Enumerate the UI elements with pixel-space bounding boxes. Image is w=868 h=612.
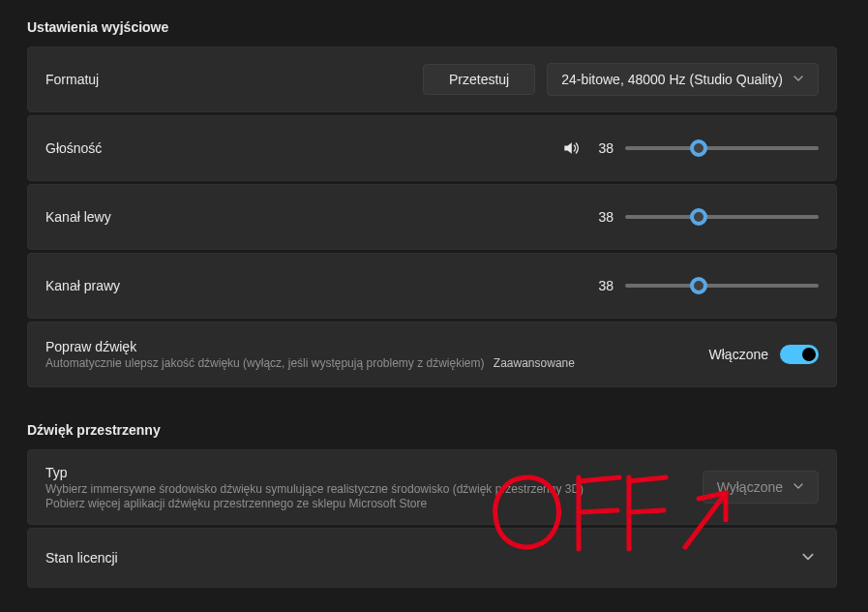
- row-right-channel: Kanał prawy 38: [27, 253, 837, 319]
- svg-marker-0: [564, 142, 572, 154]
- label-enhance: Popraw dźwięk: [45, 339, 709, 354]
- label-spatial-type: Typ: [45, 465, 703, 480]
- format-select[interactable]: 24-bitowe, 48000 Hz (Studio Quality): [547, 63, 819, 96]
- enhance-toggle[interactable]: [780, 345, 819, 364]
- section-output-title: Ustawienia wyjściowe: [27, 19, 837, 35]
- sub-spatial-store[interactable]: Pobierz więcej aplikacji dźwięku przestr…: [45, 497, 703, 510]
- speaker-icon[interactable]: [561, 138, 581, 158]
- left-value: 38: [592, 209, 614, 225]
- volume-slider[interactable]: [625, 140, 819, 156]
- row-left-channel: Kanał lewy 38: [27, 184, 837, 250]
- label-volume: Głośność: [45, 140, 561, 156]
- right-value: 38: [592, 278, 614, 293]
- advanced-link[interactable]: Zaawansowane: [494, 356, 575, 370]
- row-license[interactable]: Stan licencji: [27, 528, 837, 588]
- enhance-state-label: Włączone: [709, 347, 768, 362]
- row-volume: Głośność 38: [27, 115, 837, 181]
- spatial-select[interactable]: Wyłączone: [703, 471, 819, 504]
- test-button[interactable]: Przetestuj: [423, 64, 535, 95]
- chevron-down-icon: [793, 72, 804, 87]
- label-right-channel: Kanał prawy: [45, 278, 592, 293]
- spatial-select-value: Wyłączone: [717, 479, 783, 495]
- row-spatial-type: Typ Wybierz immersywne środowisko dźwięk…: [27, 449, 837, 525]
- label-license: Stan licencji: [45, 550, 797, 566]
- volume-value: 38: [592, 140, 614, 156]
- right-slider[interactable]: [625, 278, 819, 293]
- sub-spatial-type: Wybierz immersywne środowisko dźwięku sy…: [45, 482, 703, 496]
- format-select-value: 24-bitowe, 48000 Hz (Studio Quality): [561, 72, 783, 87]
- chevron-down-icon: [797, 550, 819, 566]
- sub-enhance: Automatycznie ulepsz jakość dźwięku (wył…: [45, 356, 709, 370]
- chevron-down-icon: [793, 479, 804, 495]
- label-format: Formatuj: [45, 72, 423, 87]
- section-spatial-title: Dźwięk przestrzenny: [27, 422, 837, 438]
- row-enhance-audio[interactable]: Popraw dźwięk Automatycznie ulepsz jakoś…: [27, 321, 837, 387]
- row-format: Formatuj Przetestuj 24-bitowe, 48000 Hz …: [27, 46, 837, 112]
- left-slider[interactable]: [625, 209, 819, 225]
- label-left-channel: Kanał lewy: [45, 209, 592, 225]
